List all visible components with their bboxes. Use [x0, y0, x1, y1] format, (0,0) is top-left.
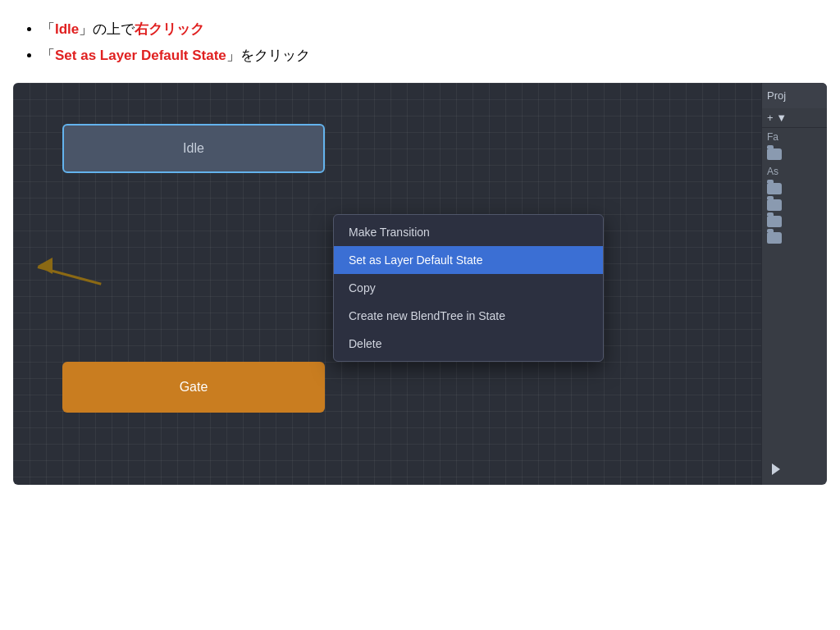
folder-item-4[interactable]	[762, 213, 827, 230]
context-menu-item-copy[interactable]: Copy	[334, 274, 603, 302]
folder-icon-3	[767, 199, 782, 211]
gate-state-label: Gate	[180, 380, 208, 395]
expand-triangle-icon[interactable]	[772, 463, 780, 475]
add-button[interactable]: + ▼	[762, 108, 827, 128]
folder-icon-4	[767, 216, 782, 227]
folder-item-3[interactable]	[762, 197, 827, 213]
folder-icon-2	[767, 183, 782, 194]
folder-item-1[interactable]	[762, 146, 827, 162]
as-label: As	[762, 162, 827, 180]
transition-arrow	[38, 251, 136, 284]
fa-label: Fa	[762, 128, 827, 146]
folder-item-2[interactable]	[762, 180, 827, 197]
step1-highlight: Idle	[55, 21, 79, 37]
folder-icon-1	[767, 148, 782, 160]
gate-state-node[interactable]: Gate	[62, 362, 325, 413]
instruction-step2: 「Set as Layer Default State」をクリック	[41, 43, 815, 69]
instruction-step1: 「Idle」の上で右クリック	[41, 16, 815, 43]
context-menu-item-delete[interactable]: Delete	[334, 330, 603, 358]
animator-canvas[interactable]: Idle Gate Make Transition Set as Layer D…	[13, 83, 761, 485]
context-menu-item-create-blendtree[interactable]: Create new BlendTree in State	[334, 302, 603, 330]
folder-item-5[interactable]	[762, 230, 827, 246]
step2-prefix: 「	[41, 48, 55, 63]
project-panel-header: Proj	[762, 83, 827, 108]
idle-state-label: Idle	[183, 141, 204, 156]
context-menu-item-set-default[interactable]: Set as Layer Default State	[334, 246, 603, 274]
idle-state-node[interactable]: Idle	[62, 124, 325, 173]
step1-suffix: 」の上で	[79, 21, 135, 37]
step2-highlight: Set as Layer Default State	[55, 48, 226, 63]
step1-prefix: 「	[41, 21, 55, 37]
arrow-line	[38, 266, 102, 285]
right-panel: Proj + ▼ Fa As	[761, 83, 827, 485]
context-menu: Make Transition Set as Layer Default Sta…	[333, 214, 604, 362]
folder-icon-5	[767, 232, 782, 244]
step2-suffix: 」をクリック	[226, 48, 310, 63]
screenshot-area: Idle Gate Make Transition Set as Layer D…	[13, 83, 827, 485]
step1-action: 右クリック	[135, 21, 204, 37]
context-menu-item-make-transition[interactable]: Make Transition	[334, 218, 603, 246]
instructions-area: 「Idle」の上で右クリック 「Set as Layer Default Sta…	[0, 0, 840, 83]
